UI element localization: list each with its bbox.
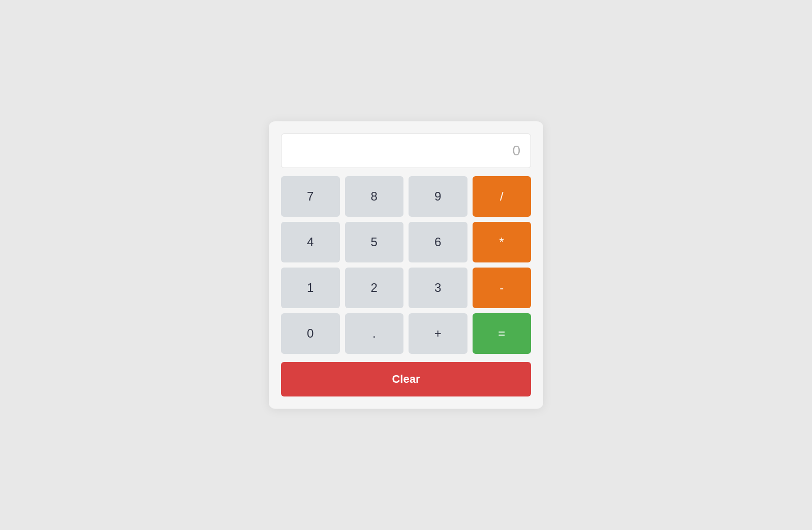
btn-equals[interactable]: = [473, 313, 532, 354]
buttons-grid: 7 8 9 / 4 5 6 * 1 2 3 - 0 . + = [281, 176, 531, 354]
btn-2[interactable]: 2 [345, 268, 404, 308]
btn-add[interactable]: + [409, 313, 467, 354]
calculator-display: 0 [281, 134, 531, 168]
calculator: 0 7 8 9 / 4 5 6 * 1 2 3 - 0 . + = Clear [269, 121, 543, 409]
btn-divide[interactable]: / [473, 176, 532, 217]
btn-multiply[interactable]: * [473, 222, 532, 262]
btn-9[interactable]: 9 [409, 176, 467, 217]
btn-5[interactable]: 5 [345, 222, 404, 262]
btn-1[interactable]: 1 [281, 268, 340, 308]
btn-decimal[interactable]: . [345, 313, 404, 354]
clear-button[interactable]: Clear [281, 362, 531, 396]
btn-subtract[interactable]: - [473, 268, 532, 308]
btn-7[interactable]: 7 [281, 176, 340, 217]
display-value: 0 [512, 143, 520, 159]
btn-4[interactable]: 4 [281, 222, 340, 262]
btn-6[interactable]: 6 [409, 222, 467, 262]
btn-3[interactable]: 3 [409, 268, 467, 308]
btn-0[interactable]: 0 [281, 313, 340, 354]
btn-8[interactable]: 8 [345, 176, 404, 217]
